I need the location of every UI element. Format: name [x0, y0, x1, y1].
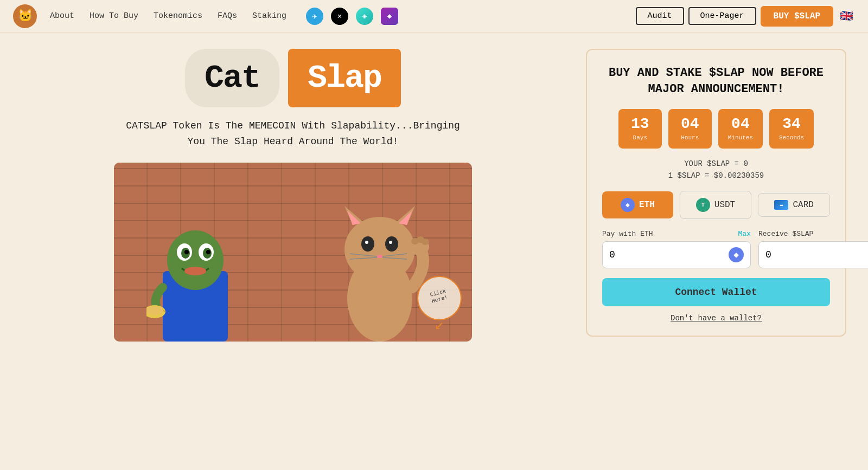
svg-point-18 — [385, 236, 398, 252]
tab-card-button[interactable]: ▬ CARD — [758, 193, 830, 217]
raider-icon[interactable]: ◈ — [356, 8, 373, 25]
nav-tokenomics[interactable]: Tokenomics — [154, 11, 202, 21]
social-icons: ✈ ✕ ◈ ◆ — [306, 8, 398, 25]
card-tab-label: CARD — [793, 200, 813, 210]
countdown-days: 13 Days — [618, 109, 662, 149]
nav-how-to-buy[interactable]: How To Buy — [90, 11, 138, 21]
pay-label: Pay with ETH — [602, 230, 653, 238]
pay-label-row: Pay with ETH Max — [602, 230, 751, 238]
svg-point-20 — [389, 241, 392, 244]
purchase-widget: BUY AND STAKE $SLAP NOW BEFORE MAJOR ANN… — [586, 49, 846, 337]
seconds-value: 34 — [779, 115, 804, 132]
pay-input-wrap: ◆ — [602, 241, 751, 268]
eth-tab-icon: ◆ — [621, 198, 635, 212]
svg-point-7 — [206, 250, 210, 254]
svg-point-8 — [184, 267, 206, 275]
site-logo[interactable]: 🐱 — [13, 4, 37, 28]
hours-value: 04 — [678, 115, 702, 132]
connect-wallet-button[interactable]: Connect Wallet — [602, 278, 830, 306]
main-content: Cat Slap CATSLAP Token Is The MEMECOIN W… — [0, 33, 868, 358]
svg-marker-16 — [399, 210, 412, 225]
svg-point-10 — [146, 306, 163, 315]
cat-label: Cat — [185, 49, 279, 107]
seconds-label: Seconds — [779, 134, 804, 141]
svg-point-1 — [167, 230, 224, 290]
tab-eth-button[interactable]: ◆ ETH — [602, 191, 673, 218]
svg-point-6 — [184, 250, 189, 254]
slap-label: Slap — [288, 49, 401, 107]
eth-input-icon: ◆ — [729, 247, 744, 262]
click-here-badge[interactable]: Click Here! ↙ — [412, 271, 467, 325]
nav-faqs[interactable]: FAQs — [218, 11, 237, 21]
logo-row: Cat Slap — [185, 49, 401, 107]
crystal-icon[interactable]: ◆ — [381, 8, 398, 25]
eth-tab-label: ETH — [639, 200, 655, 210]
hero-section: Cat Slap CATSLAP Token Is The MEMECOIN W… — [22, 49, 564, 342]
purchase-widget-section: BUY AND STAKE $SLAP NOW BEFORE MAJOR ANN… — [586, 49, 846, 342]
days-label: Days — [633, 134, 647, 141]
card-tab-icon: ▬ — [774, 200, 788, 210]
no-wallet-link[interactable]: Don't have a wallet? — [602, 314, 830, 323]
onepager-button[interactable]: One-Pager — [688, 7, 756, 25]
meme-image[interactable]: Click Here! ↙ — [114, 163, 472, 342]
hours-label: Hours — [681, 134, 699, 141]
receive-input[interactable] — [765, 249, 868, 260]
countdown-hours: 04 Hours — [668, 109, 712, 149]
receive-label-row: Receive $SLAP — [758, 230, 868, 238]
slap-price: 1 $SLAP = $0.00230359 — [602, 171, 830, 180]
language-selector[interactable]: 🇬🇧 — [838, 8, 855, 25]
max-link[interactable]: Max — [738, 230, 751, 238]
tab-usdt-button[interactable]: T USDT — [680, 191, 752, 219]
svg-point-19 — [365, 241, 368, 244]
nav-staking[interactable]: Staking — [252, 11, 286, 21]
payment-tabs: ◆ ETH T USDT ▬ CARD — [602, 191, 830, 219]
telegram-icon[interactable]: ✈ — [306, 8, 323, 25]
navbar: 🐱 About How To Buy Tokenomics FAQs Staki… — [0, 0, 868, 33]
svg-point-21 — [377, 255, 382, 258]
svg-point-12 — [344, 217, 415, 282]
receive-label: Receive $SLAP — [758, 230, 813, 238]
logo-emoji: 🐱 — [18, 9, 33, 23]
svg-marker-14 — [347, 210, 361, 225]
usdt-tab-label: USDT — [714, 200, 735, 210]
pepe-character — [146, 201, 244, 342]
pay-input[interactable] — [609, 249, 729, 260]
slap-balance: YOUR $SLAP = 0 — [602, 159, 830, 168]
minutes-value: 04 — [728, 115, 753, 132]
minutes-label: Minutes — [728, 134, 753, 141]
days-value: 13 — [628, 115, 652, 132]
countdown-minutes: 04 Minutes — [718, 109, 763, 149]
svg-point-29 — [422, 239, 429, 245]
widget-title: BUY AND STAKE $SLAP NOW BEFORE MAJOR ANN… — [602, 65, 830, 97]
nav-about[interactable]: About — [50, 11, 74, 21]
input-row: Pay with ETH Max ◆ Receive $SLAP 🐱 — [602, 230, 830, 268]
nav-links: About How To Buy Tokenomics FAQs Staking — [50, 11, 286, 21]
x-twitter-icon[interactable]: ✕ — [331, 8, 348, 25]
usdt-tab-icon: T — [696, 198, 710, 212]
receive-input-group: Receive $SLAP 🐱 — [758, 230, 868, 268]
svg-point-17 — [361, 236, 374, 252]
pay-input-group: Pay with ETH Max ◆ — [602, 230, 751, 268]
audit-button[interactable]: Audit — [636, 7, 684, 25]
countdown-row: 13 Days 04 Hours 04 Minutes 34 Seconds — [602, 109, 830, 149]
countdown-seconds: 34 Seconds — [769, 109, 814, 149]
hero-tagline: CATSLAP Token Is The MEMECOIN With Slapa… — [126, 118, 460, 150]
buy-slap-button[interactable]: BUY $SLAP — [761, 6, 833, 27]
receive-input-wrap: 🐱 — [758, 241, 868, 268]
